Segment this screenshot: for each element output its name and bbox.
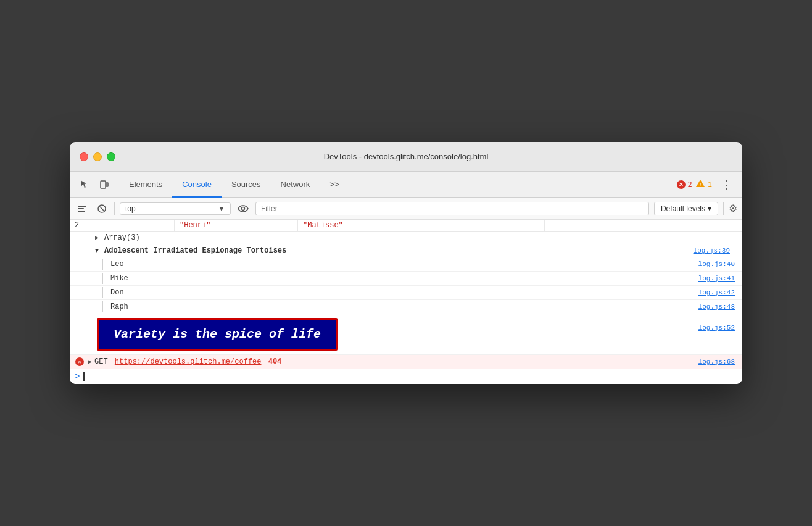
svg-line-8 [99, 206, 104, 211]
toolbar-right: ✕ 2 ! 1 ⋮ [677, 172, 737, 197]
svg-rect-4 [78, 206, 86, 207]
error-source-link[interactable]: log.js:68 [691, 357, 742, 367]
tab-elements[interactable]: Elements [119, 172, 172, 198]
devtools-toolbar: Elements Console Sources Network >> ✕ [70, 172, 742, 198]
styled-log-row: Variety is the spice of life log.js:52 [70, 314, 742, 355]
tab-more[interactable]: >> [320, 172, 349, 198]
error-row: ✕ ▶ GET https://devtools.glitch.me/coffe… [70, 355, 742, 369]
inspect-icon[interactable] [75, 172, 94, 197]
table-cell-empty [421, 220, 545, 231]
expand-array-icon[interactable]: ▶ [92, 233, 102, 243]
device-icon[interactable] [94, 172, 114, 197]
titlebar: DevTools - devtools.glitch.me/console/lo… [70, 142, 742, 172]
toolbar-divider [114, 202, 115, 215]
clear-console-icon[interactable] [75, 201, 89, 216]
svg-rect-6 [78, 211, 85, 212]
context-arrow-icon: ▼ [218, 204, 225, 213]
error-text: GET https://devtools.glitch.me/coffee 40… [94, 357, 281, 366]
context-selector[interactable]: top ▼ [120, 202, 231, 215]
console-content: 2 "Henri" "Matisse" ▶ Array(3) ▼ [70, 220, 742, 384]
input-cursor [83, 372, 85, 381]
group-source-link[interactable]: log.js:39 [686, 246, 737, 256]
svg-text:!: ! [700, 182, 702, 188]
mike-source-link[interactable]: log.js:41 [691, 273, 742, 283]
leo-source-link[interactable]: log.js:40 [691, 259, 742, 269]
traffic-lights [80, 152, 115, 161]
table-cell-col2: "Henri" [175, 220, 298, 231]
table-cell-index: 2 [70, 220, 175, 231]
filter-input[interactable] [255, 202, 649, 215]
group-row: ▼ Adolescent Irradiated Espionage Tortoi… [70, 244, 742, 257]
group-item-don: Don log.js:42 [70, 286, 742, 300]
window-title: DevTools - devtools.glitch.me/console/lo… [324, 152, 489, 161]
table-row: 2 "Henri" "Matisse" [70, 220, 742, 232]
console-toolbar: top ▼ Default levels ▾ ⚙ [70, 198, 742, 220]
error-url-link[interactable]: https://devtools.glitch.me/coffee [115, 357, 262, 366]
styled-source-link[interactable]: log.js:52 [691, 323, 742, 333]
levels-dropdown[interactable]: Default levels ▾ [654, 202, 718, 215]
minimize-button[interactable] [93, 152, 102, 161]
levels-arrow-icon: ▾ [708, 204, 711, 213]
group-item-mike: Mike log.js:41 [70, 272, 742, 286]
stop-icon[interactable] [94, 201, 109, 216]
error-expand-icon[interactable]: ▶ [86, 358, 94, 365]
svg-rect-5 [78, 208, 84, 209]
error-circle-icon: ✕ [677, 180, 686, 189]
toolbar-divider-2 [723, 202, 724, 215]
don-source-link[interactable]: log.js:42 [691, 288, 742, 298]
raph-source-link[interactable]: log.js:43 [691, 302, 742, 312]
warning-triangle-icon: ! [695, 179, 705, 188]
warning-count-badge[interactable]: ! 1 [695, 179, 712, 190]
console-input-row[interactable]: > [70, 369, 742, 384]
collapse-group-icon[interactable]: ▼ [92, 246, 102, 256]
array-row: ▶ Array(3) [70, 232, 742, 244]
settings-icon[interactable]: ⚙ [729, 202, 737, 214]
tab-network[interactable]: Network [271, 172, 320, 198]
table-cell-col3: "Matisse" [298, 220, 421, 231]
svg-point-9 [242, 207, 245, 210]
input-prompt: > [75, 372, 80, 382]
eye-icon[interactable] [236, 201, 251, 216]
close-button[interactable] [80, 152, 88, 161]
error-circle-x-icon: ✕ [73, 357, 86, 366]
svg-rect-0 [101, 181, 106, 188]
tab-sources[interactable]: Sources [222, 172, 271, 198]
styled-message: Variety is the spice of life [97, 318, 338, 351]
svg-rect-1 [106, 183, 108, 186]
group-item-leo: Leo log.js:40 [70, 257, 742, 272]
group-item-raph: Raph log.js:43 [70, 300, 742, 314]
more-options-button[interactable]: ⋮ [716, 178, 737, 191]
devtools-body: Elements Console Sources Network >> ✕ [70, 172, 742, 384]
error-count-badge[interactable]: ✕ 2 [677, 180, 692, 189]
devtools-window: DevTools - devtools.glitch.me/console/lo… [70, 142, 742, 384]
tab-bar: Elements Console Sources Network >> [119, 172, 677, 197]
tab-console[interactable]: Console [172, 172, 222, 198]
maximize-button[interactable] [107, 152, 115, 161]
